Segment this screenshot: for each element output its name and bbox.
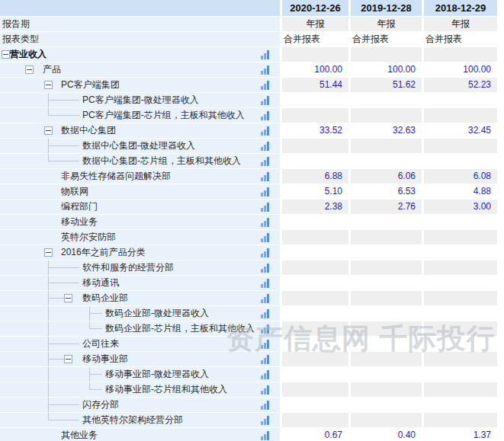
value-cell [424, 260, 497, 276]
expand-toggle-icon[interactable] [64, 355, 72, 363]
table-row: 数码企业部-芯片组，主板和其他收入 [0, 321, 504, 337]
row-label: 英特尔安防部 [61, 230, 278, 244]
tree-node-cell[interactable]: 其他业务 [0, 428, 280, 441]
tree-node-cell[interactable]: 移动事业部-微处理器收入 [0, 367, 280, 382]
bar-chart-icon[interactable] [261, 324, 272, 334]
tree-connector-line [48, 260, 49, 275]
tree-node-cell[interactable]: 编程部门 [0, 200, 280, 215]
tree-node-cell[interactable]: 营业收入 [0, 47, 280, 62]
meta-value-cell: 年报 [424, 17, 497, 32]
value-cell [424, 139, 497, 154]
tree-connector-line [89, 374, 102, 375]
table-header-row: 2020-12-26 2019-12-28 2018-12-29 [0, 0, 504, 17]
row-label: 2016年之前产品分类 [61, 245, 278, 260]
value-cell [282, 367, 348, 382]
table-row: 产品 100.00 100.00 100.00 [0, 62, 504, 78]
tree-node-cell[interactable]: 闪存分部 [0, 398, 280, 413]
bar-chart-icon[interactable] [261, 354, 272, 364]
row-label: 其他业务 [61, 428, 278, 441]
tree-node-cell[interactable]: 移动事业部 [0, 352, 280, 367]
tree-node-cell[interactable]: 物联网 [0, 184, 280, 200]
value-cell [351, 108, 422, 123]
value-cell [424, 337, 497, 352]
expand-toggle-icon[interactable] [44, 126, 53, 135]
tree-node-cell[interactable]: 数据中心集团-芯片组，主板和其他收入 [0, 154, 280, 169]
value-cell: 6.08 [424, 169, 497, 184]
value-cell [424, 47, 497, 62]
tree-node-cell[interactable]: 数据中心集团 [0, 123, 280, 139]
bar-chart-icon[interactable] [261, 217, 272, 227]
bar-chart-icon[interactable] [261, 65, 272, 75]
value-cell [282, 291, 348, 306]
tree-node-cell[interactable]: 软件和服务的经营分部 [0, 260, 280, 276]
bar-chart-icon[interactable] [261, 156, 272, 166]
value-cell: 0.40 [351, 428, 422, 441]
bar-chart-icon[interactable] [261, 126, 272, 136]
tree-node-cell[interactable]: 移动通讯 [0, 276, 280, 291]
expand-toggle-icon[interactable] [2, 50, 10, 59]
tree-node-cell[interactable]: PC客户端集团-芯片组，主板和其他收入 [0, 108, 280, 123]
tree-connector-line [48, 161, 79, 161]
bar-chart-icon[interactable] [261, 187, 272, 197]
table-row: 移动事业部 [0, 352, 504, 367]
tree-connector-line [89, 382, 90, 390]
value-cell [282, 306, 348, 321]
value-cell: 6.53 [351, 184, 422, 200]
tree-node-cell[interactable]: 公司往来 [0, 337, 280, 352]
bar-chart-icon[interactable] [261, 385, 272, 395]
expand-toggle-icon[interactable] [25, 66, 34, 74]
row-label: 编程部门 [61, 200, 278, 214]
bar-chart-icon[interactable] [261, 202, 272, 212]
bar-chart-icon[interactable] [261, 171, 272, 181]
value-cell [351, 276, 422, 291]
tree-node-cell[interactable]: PC客户端集团-微处理器收入 [0, 93, 280, 108]
bar-chart-icon[interactable] [261, 263, 272, 273]
value-cell [351, 260, 422, 276]
tree-node-cell[interactable]: 英特尔安防部 [0, 230, 280, 245]
tree-node-cell[interactable]: PC客户端集团 [0, 78, 280, 93]
table-row: PC客户端集团-微处理器收入 [0, 93, 504, 108]
bar-chart-icon[interactable] [261, 278, 272, 288]
tree-node-cell[interactable]: 移动业务 [0, 215, 280, 230]
tree-node-cell[interactable]: 2016年之前产品分类 [0, 245, 280, 260]
bar-chart-icon[interactable] [261, 400, 272, 410]
expand-toggle-icon[interactable] [64, 294, 72, 302]
bar-chart-icon[interactable] [261, 110, 272, 120]
value-cell: 100.00 [282, 62, 348, 78]
table-row: 物联网 5.10 6.53 4.88 [0, 184, 504, 200]
tree-node-cell[interactable]: 非易失性存储器问题解决部 [0, 169, 280, 184]
bar-chart-icon[interactable] [261, 50, 272, 59]
table-row: 闪存分部 [0, 398, 504, 413]
value-cell [424, 291, 497, 306]
tree-connector-line [89, 328, 102, 329]
value-cell [282, 276, 348, 291]
bar-chart-icon[interactable] [261, 232, 272, 242]
bar-chart-icon[interactable] [261, 293, 272, 303]
tree-connector-line [89, 367, 90, 382]
bar-chart-icon[interactable] [261, 95, 272, 105]
value-cell [351, 93, 422, 108]
tree-node-cell[interactable]: 移动事业部-芯片组和其他收入 [0, 382, 280, 398]
value-cell [424, 367, 497, 382]
tree-node-cell[interactable]: 数码企业部-微处理器收入 [0, 306, 280, 321]
tree-node-cell[interactable]: 数码企业部 [0, 291, 280, 306]
bar-chart-icon[interactable] [261, 248, 272, 257]
bar-chart-icon[interactable] [261, 339, 272, 349]
bar-chart-icon[interactable] [261, 430, 272, 440]
bar-chart-icon[interactable] [261, 369, 272, 379]
meta-value-cell: 年报 [351, 17, 422, 32]
row-label: 营业收入 [10, 47, 278, 62]
expand-toggle-icon[interactable] [44, 248, 53, 257]
bar-chart-icon[interactable] [261, 80, 272, 90]
value-cell [351, 367, 422, 382]
tree-node-cell[interactable]: 数据中心集团-微处理器收入 [0, 139, 280, 154]
tree-node-cell[interactable]: 产品 [0, 62, 280, 78]
bar-chart-icon[interactable] [261, 141, 272, 151]
bar-chart-icon[interactable] [261, 308, 272, 318]
tree-node-cell[interactable]: 其他英特尔架构经营分部 [0, 413, 280, 428]
value-cell: 6.88 [282, 169, 348, 184]
bar-chart-icon[interactable] [261, 415, 272, 425]
tree-node-cell[interactable]: 数码企业部-芯片组，主板和其他收入 [0, 321, 280, 337]
expand-toggle-icon[interactable] [44, 81, 53, 89]
table-row: 移动业务 [0, 215, 504, 230]
